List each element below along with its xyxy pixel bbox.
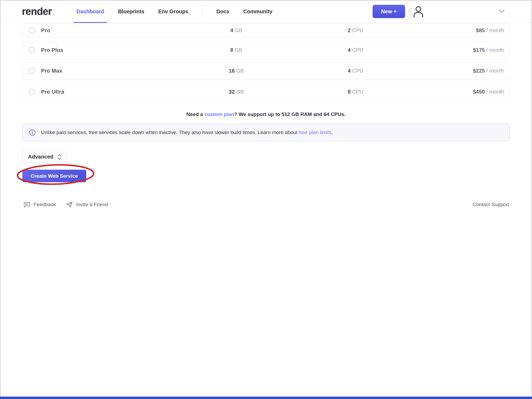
nav-item-env-groups[interactable]: Env Groups	[158, 0, 188, 23]
bottom-edge-bar	[0, 397, 532, 399]
custom-plan-link[interactable]: custom plan	[204, 111, 234, 117]
plan-ram: 32 GB	[229, 89, 244, 95]
plan-price: $85 / month	[476, 27, 504, 34]
contact-support-label: Contact Support	[473, 202, 509, 207]
free-plan-limits-link[interactable]: free plan limits	[299, 130, 332, 135]
plan-rows: Pro 4 GB 2 CPU $85 / month Pro Plus 8 GB…	[22, 23, 510, 101]
plan-ram: 4 GB	[230, 27, 242, 34]
account-button[interactable]	[412, 5, 426, 19]
custom-plan-line: Need a custom plan? We support up to 512…	[22, 111, 510, 117]
custom-plan-prefix: Need a	[186, 111, 204, 117]
feedback-link[interactable]: Feedback	[23, 201, 56, 208]
plan-name: Pro Ultra	[41, 89, 64, 95]
radio-button[interactable]	[28, 27, 35, 34]
info-icon	[29, 129, 36, 136]
chevron-down-icon[interactable]	[498, 9, 505, 13]
feedback-bubble-icon	[23, 201, 30, 208]
advanced-label: Advanced	[28, 154, 53, 160]
plan-ram: 16 GB	[229, 68, 244, 74]
up-down-chevrons-icon	[57, 153, 62, 160]
free-plan-notice: Unlike paid services, free services scal…	[22, 124, 510, 141]
plan-name: Pro Plus	[41, 47, 63, 53]
invite-friend-label: Invite a Friend	[76, 202, 108, 207]
top-nav-bar: render Dashboard Blueprints Env Groups D…	[0, 0, 532, 23]
plan-row-pro-max[interactable]: Pro Max 16 GB 4 CPU $225 / month	[22, 62, 510, 80]
radio-button[interactable]	[28, 47, 35, 53]
radio-button[interactable]	[28, 89, 35, 95]
notice-suffix: .	[332, 130, 333, 135]
plan-price: $175 / month	[473, 47, 504, 53]
invite-friend-link[interactable]: Invite a Friend	[66, 201, 108, 208]
create-web-service-button[interactable]: Create Web Service	[22, 170, 86, 182]
custom-plan-suffix: ? We support up to 512 GB RAM and 64 CPU…	[234, 111, 346, 117]
plan-cpu: 2 CPU	[348, 27, 364, 34]
nav-item-docs[interactable]: Docs	[216, 0, 229, 23]
nav-divider	[202, 5, 203, 18]
notice-prefix: Unlike paid services, free services scal…	[41, 130, 299, 135]
person-icon	[412, 5, 426, 18]
plan-name: Pro	[41, 27, 50, 34]
plan-cpu: 4 CPU	[348, 47, 364, 53]
nav-item-dashboard[interactable]: Dashboard	[76, 0, 104, 23]
notice-text: Unlike paid services, free services scal…	[41, 130, 333, 135]
plan-cpu: 4 CPU	[348, 68, 364, 74]
new-button[interactable]: New +	[373, 5, 405, 18]
plan-cpu: 8 CPU	[348, 89, 364, 95]
render-dashboard-page: render Dashboard Blueprints Env Groups D…	[0, 0, 532, 399]
plan-row-pro-ultra[interactable]: Pro Ultra 32 GB 8 CPU $450 / month	[22, 83, 510, 101]
paper-plane-icon	[66, 201, 73, 208]
feedback-label: Feedback	[34, 202, 56, 207]
render-logo[interactable]: render	[22, 6, 52, 17]
main-nav: Dashboard Blueprints Env Groups Docs Com…	[76, 0, 273, 23]
nav-item-community[interactable]: Community	[243, 0, 273, 23]
plan-row-pro-plus[interactable]: Pro Plus 8 GB 4 CPU $175 / month	[22, 41, 510, 59]
nav-item-blueprints[interactable]: Blueprints	[118, 0, 144, 23]
plan-price: $225 / month	[473, 68, 504, 74]
radio-button[interactable]	[28, 68, 35, 74]
plan-ram: 8 GB	[230, 47, 242, 53]
contact-support-link[interactable]: Contact Support	[473, 201, 509, 208]
plan-price: $450 / month	[473, 89, 504, 95]
advanced-toggle[interactable]: Advanced	[22, 151, 67, 163]
plan-row-pro[interactable]: Pro 4 GB 2 CPU $85 / month	[22, 23, 510, 37]
plan-name: Pro Max	[41, 68, 62, 74]
